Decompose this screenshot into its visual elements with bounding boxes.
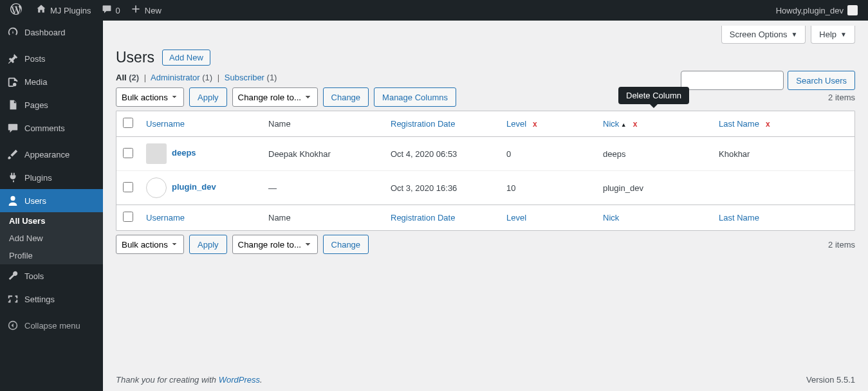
sidebar-item-posts[interactable]: Posts <box>0 47 103 70</box>
table-row: deeps Deepak Khokhar Oct 4, 2020 06:53 0… <box>116 137 854 170</box>
col-nick[interactable]: Nick <box>603 119 627 129</box>
change-button[interactable]: Change <box>323 87 369 107</box>
sidebar-item-settings[interactable]: Settings <box>0 287 103 311</box>
filter-subscriber[interactable]: Subscriber (1) <box>225 73 277 82</box>
submenu-all-users[interactable]: All Users <box>0 212 103 230</box>
sidebar-item-comments[interactable]: Comments <box>0 116 103 140</box>
search-input[interactable] <box>681 71 784 90</box>
admin-bar: MJ Plugins 0 New Howdy, plugin_dev <box>0 0 868 21</box>
change-button-bottom[interactable]: Change <box>323 235 369 254</box>
home-icon <box>36 4 46 17</box>
submenu-add-new[interactable]: Add New <box>0 230 103 247</box>
users-submenu: All Users Add New Profile <box>0 212 103 264</box>
change-role-select-bottom[interactable]: Change role to... <box>232 235 318 254</box>
apply-button-bottom[interactable]: Apply <box>189 235 227 254</box>
sidebar-item-appearance[interactable]: Appearance <box>0 143 103 166</box>
avatar-icon <box>146 177 167 198</box>
plus-icon <box>131 4 141 17</box>
admin-sidebar: Dashboard Posts Media Pages Comments App… <box>0 21 103 391</box>
username-link[interactable]: plugin_dev <box>172 182 216 192</box>
howdy-user: plugin_dev <box>803 6 844 15</box>
submenu-profile[interactable]: Profile <box>0 247 103 264</box>
col-level[interactable]: Level <box>506 119 526 129</box>
col-username[interactable]: Username <box>146 119 185 129</box>
media-icon <box>6 75 19 88</box>
howdy-prefix: Howdy, <box>776 6 803 15</box>
cell-level: 10 <box>500 170 596 205</box>
col-regdate-footer[interactable]: Registration Date <box>391 213 455 223</box>
new-link[interactable]: New <box>125 0 167 21</box>
filter-administrator[interactable]: Administrator (1) <box>151 73 212 82</box>
admin-footer: Thank you for creating with WordPress. V… <box>116 375 855 385</box>
cell-lastname <box>712 170 854 205</box>
screen-options-tab[interactable]: Screen Options▼ <box>721 26 806 44</box>
table-row: plugin_dev — Oct 3, 2020 16:36 10 plugin… <box>116 170 854 205</box>
row-checkbox[interactable] <box>123 182 133 192</box>
wordpress-icon <box>10 3 22 17</box>
comment-icon <box>6 122 19 134</box>
items-count: 2 items <box>828 93 855 102</box>
collapse-menu[interactable]: Collapse menu <box>0 314 103 337</box>
comments-link[interactable]: 0 <box>97 0 125 21</box>
wrench-icon <box>6 269 19 282</box>
site-link[interactable]: MJ Plugins <box>31 0 97 21</box>
users-table: Username Name Registration Date Levelx N… <box>116 111 855 231</box>
help-tab[interactable]: Help▼ <box>811 26 855 44</box>
pin-icon <box>6 52 19 65</box>
sidebar-item-tools[interactable]: Tools <box>0 264 103 287</box>
apply-button[interactable]: Apply <box>189 87 227 107</box>
search-users-button[interactable]: Search Users <box>788 71 855 90</box>
change-role-select[interactable]: Change role to... <box>232 87 318 107</box>
comment-icon <box>102 4 112 17</box>
comments-count: 0 <box>116 6 120 15</box>
col-lastname-footer[interactable]: Last Name <box>719 213 759 223</box>
cell-level: 0 <box>500 137 596 170</box>
cell-nick: deeps <box>596 137 712 170</box>
delete-column-nick[interactable]: x <box>633 120 638 129</box>
settings-icon <box>6 293 19 305</box>
filter-all[interactable]: All (2) <box>116 73 139 82</box>
col-nick-footer[interactable]: Nick <box>603 213 619 223</box>
sidebar-item-media[interactable]: Media <box>0 70 103 93</box>
avatar-icon <box>146 143 167 164</box>
caret-down-icon: ▼ <box>791 31 797 38</box>
col-last-name[interactable]: Last Name <box>719 119 759 129</box>
delete-column-lastname[interactable]: x <box>766 120 770 129</box>
wp-logo[interactable] <box>5 0 31 21</box>
items-count-bottom: 2 items <box>828 240 855 250</box>
username-link[interactable]: deeps <box>172 148 196 158</box>
add-new-button[interactable]: Add New <box>162 50 210 66</box>
sidebar-item-users[interactable]: Users <box>0 189 103 212</box>
col-registration-date[interactable]: Registration Date <box>391 119 455 129</box>
col-level-footer[interactable]: Level <box>506 213 526 223</box>
delete-column-level[interactable]: x <box>533 120 537 129</box>
caret-down-icon: ▼ <box>840 31 847 38</box>
plug-icon <box>6 171 19 184</box>
new-label: New <box>145 6 162 15</box>
sidebar-item-plugins[interactable]: Plugins <box>0 166 103 189</box>
screen-meta-links: Screen Options▼ Help▼ <box>116 21 855 44</box>
manage-columns-button[interactable]: Manage Columns <box>374 87 456 107</box>
page-title: Users <box>116 49 154 66</box>
user-icon <box>6 194 19 207</box>
tablenav-bottom: Bulk actions Apply Change role to... Cha… <box>116 235 855 254</box>
howdy-link[interactable]: Howdy, plugin_dev <box>771 0 863 21</box>
col-name: Name <box>268 119 291 129</box>
col-username-footer[interactable]: Username <box>146 213 185 223</box>
dashboard-icon <box>6 26 19 39</box>
sidebar-item-pages[interactable]: Pages <box>0 93 103 116</box>
delete-column-tooltip: Delete Column <box>618 87 689 104</box>
content-area: Screen Options▼ Help▼ Users Add New Sear… <box>103 21 868 391</box>
row-checkbox[interactable] <box>123 148 133 158</box>
select-all-checkbox-footer[interactable] <box>123 212 133 222</box>
sidebar-item-dashboard[interactable]: Dashboard <box>0 21 103 44</box>
site-name: MJ Plugins <box>50 6 91 15</box>
bulk-actions-select[interactable]: Bulk actions <box>116 87 184 107</box>
cell-regdate: Oct 3, 2020 16:36 <box>384 170 500 205</box>
bulk-actions-select-bottom[interactable]: Bulk actions <box>116 235 184 254</box>
select-all-checkbox[interactable] <box>123 118 133 128</box>
cell-name: Deepak Khokhar <box>262 137 384 170</box>
wordpress-link[interactable]: WordPress <box>219 375 260 385</box>
version-label: Version 5.5.1 <box>806 375 855 385</box>
cell-name: — <box>262 170 384 205</box>
